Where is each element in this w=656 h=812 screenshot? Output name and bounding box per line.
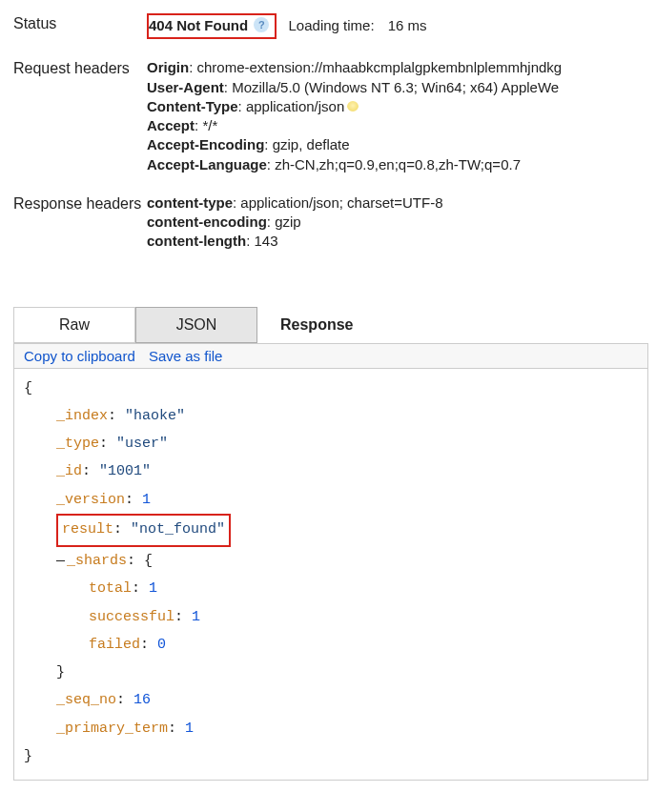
- header-row: content-encoding: gzip: [147, 213, 648, 232]
- status-value: 404 Not Found: [149, 17, 248, 33]
- response-title: Response: [280, 316, 353, 334]
- result-highlight: result: not_found: [56, 514, 231, 547]
- tab-json[interactable]: JSON: [135, 307, 257, 343]
- header-row: content-length: 143: [147, 232, 648, 251]
- tab-raw[interactable]: Raw: [13, 307, 135, 343]
- bulb-icon[interactable]: [347, 101, 359, 112]
- json-response-body: { _index: haoke _type: user _id: 1001 _v…: [13, 368, 648, 782]
- loading-time-value: 16 ms: [388, 17, 427, 33]
- response-headers-label: Response headers: [13, 193, 147, 214]
- request-headers-label: Request headers: [13, 58, 147, 79]
- copy-to-clipboard-link[interactable]: Copy to clipboard: [24, 348, 135, 364]
- save-as-file-link[interactable]: Save as file: [149, 348, 223, 364]
- header-row: Origin: chrome-extension://mhaabkcmplalg…: [147, 58, 648, 77]
- header-row: User-Agent: Mozilla/5.0 (Windows NT 6.3;…: [147, 78, 648, 97]
- status-highlight: 404 Not Found ?: [147, 13, 277, 39]
- collapse-toggle-icon[interactable]: —: [56, 553, 65, 569]
- header-row: Accept: */*: [147, 116, 648, 135]
- response-headers-list: content-type: application/json; charset=…: [147, 193, 648, 252]
- header-row: Content-Type: application/json: [147, 97, 648, 116]
- request-headers-list: Origin: chrome-extension://mhaabkcmplalg…: [147, 58, 648, 174]
- header-row: content-type: application/json; charset=…: [147, 193, 648, 213]
- help-icon[interactable]: ?: [254, 17, 269, 32]
- header-row: Accept-Language: zh-CN,zh;q=0.9,en;q=0.8…: [147, 155, 648, 174]
- status-label: Status: [13, 13, 147, 34]
- header-row: Accept-Encoding: gzip, deflate: [147, 135, 648, 154]
- loading-time-label: Loading time:: [289, 17, 375, 33]
